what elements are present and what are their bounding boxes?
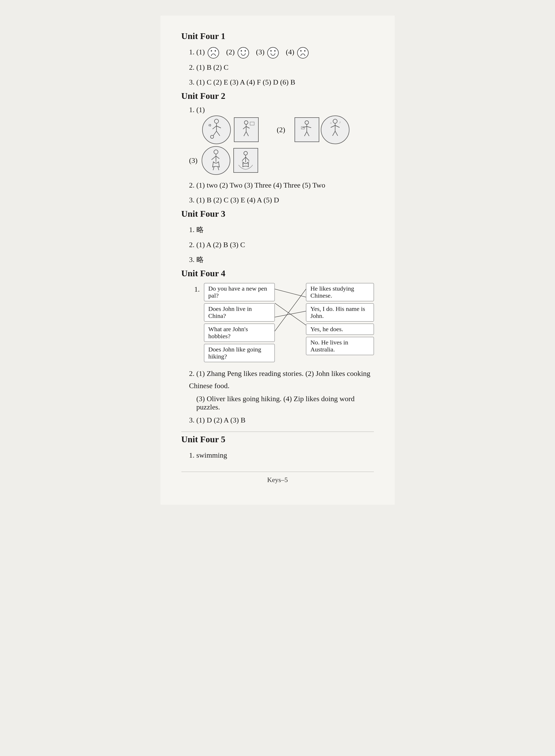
svg-line-45 bbox=[275, 289, 306, 331]
answer-5-1: 1. swimming bbox=[189, 449, 374, 461]
svg-line-4 bbox=[213, 131, 216, 136]
section-unit4-2: Unit Four 2 1. (1) ⚽ bbox=[181, 91, 374, 206]
svg-line-3 bbox=[216, 126, 221, 128]
img-circle-1: ⚽ bbox=[202, 116, 231, 144]
answer-num: 1. bbox=[189, 451, 197, 459]
svg-line-29 bbox=[335, 131, 338, 136]
answer-text-line2: (3) Oliver likes going hiking. (4) Zip l… bbox=[197, 395, 355, 411]
img-square-3 bbox=[233, 148, 258, 173]
answer-4-2-line2: (3) Oliver likes going hiking. (4) Zip l… bbox=[197, 395, 374, 411]
svg-text:♫: ♫ bbox=[330, 121, 332, 124]
img-group-3 bbox=[202, 146, 258, 175]
image-row-3: (3) bbox=[189, 146, 374, 175]
answer-num: 1. bbox=[189, 226, 197, 234]
figure-basketball-svg bbox=[237, 120, 256, 139]
svg-line-33 bbox=[216, 156, 219, 159]
img-square-1 bbox=[234, 117, 259, 142]
answer-num: 2. bbox=[189, 181, 197, 189]
answer-3-1: 1. 略 bbox=[189, 223, 374, 236]
answer-3-2: 2. (1) A (2) B (3) C bbox=[189, 238, 374, 251]
match-left-4: Does John like going hiking? bbox=[204, 344, 275, 362]
answer-1-2: 2. (1) B (2) C bbox=[189, 61, 374, 74]
answer-4-2: 2. (1) Zhang Peng likes reading stories.… bbox=[189, 367, 374, 392]
img-square-2 bbox=[295, 117, 319, 142]
section-title-3: Unit Four 3 bbox=[181, 209, 374, 219]
label-3: (3) bbox=[189, 157, 198, 165]
figure-music-svg: ♪ ♫ bbox=[324, 118, 347, 141]
img-group-2: ♪ ♫ bbox=[293, 116, 349, 144]
section-unit4-5: Unit Four 5 1. swimming bbox=[181, 435, 374, 461]
answer-text-line1: (1) Zhang Peng likes reading stories. (2… bbox=[189, 369, 371, 390]
answer-text: (1) A (2) B (3) C bbox=[197, 241, 245, 249]
match-right-3: Yes, he does. bbox=[306, 324, 374, 335]
answer-num: 3. bbox=[189, 196, 197, 204]
figure-soccer-svg: ⚽ bbox=[205, 118, 228, 141]
section-title-4: Unit Four 4 bbox=[181, 268, 374, 278]
svg-point-8 bbox=[244, 121, 248, 124]
answer-num: 2. bbox=[189, 241, 197, 249]
svg-point-22 bbox=[333, 119, 337, 123]
answer-text: (1) B (2) C bbox=[197, 63, 229, 71]
svg-line-25 bbox=[335, 125, 340, 128]
answer-text: 略 bbox=[197, 226, 204, 234]
answer-text: (1) C (2) E (3) A (4) F (5) D (6) B bbox=[197, 78, 295, 86]
img-circle-3 bbox=[202, 146, 230, 175]
match-right-1: He likes studying Chinese. bbox=[306, 283, 374, 301]
answer-2-1-label: 1. (1) bbox=[189, 105, 374, 114]
footer-text: Keys–5 bbox=[267, 476, 288, 484]
face-label-2: (2) bbox=[226, 48, 237, 56]
svg-line-32 bbox=[212, 156, 216, 160]
svg-line-28 bbox=[333, 131, 335, 136]
img-group-1: ⚽ bbox=[202, 116, 259, 144]
answer-text: (1) B (2) C (3) E (4) A (5) D bbox=[197, 196, 279, 204]
svg-line-12 bbox=[244, 132, 246, 136]
section-unit4-1: Unit Four 1 1. (1) (2) (3) (4) bbox=[181, 31, 374, 88]
svg-line-18 bbox=[307, 126, 311, 128]
figure-dance-svg bbox=[204, 149, 228, 172]
svg-text:⚽: ⚽ bbox=[208, 124, 212, 127]
svg-line-24 bbox=[331, 125, 335, 128]
svg-line-10 bbox=[243, 126, 246, 129]
svg-text:♪: ♪ bbox=[339, 120, 341, 124]
svg-rect-14 bbox=[250, 122, 254, 125]
svg-point-15 bbox=[305, 121, 309, 124]
svg-line-39 bbox=[246, 157, 249, 161]
match-left-2: Does John live in China? bbox=[204, 303, 275, 321]
page: Unit Four 1 1. (1) (2) (3) (4) bbox=[161, 15, 395, 505]
match-right-2: Yes, I do. His name is John. bbox=[306, 303, 374, 321]
answer-num: 3. bbox=[189, 416, 197, 424]
answer-2-2: 2. (1) two (2) Two (3) Three (4) Three (… bbox=[189, 179, 374, 191]
answer-num: 3. bbox=[189, 256, 197, 264]
svg-point-30 bbox=[214, 150, 218, 154]
svg-line-13 bbox=[246, 132, 249, 136]
section-title-1: Unit Four 1 bbox=[181, 31, 374, 41]
face-sad-4 bbox=[297, 47, 309, 58]
svg-point-6 bbox=[211, 135, 214, 138]
face-label-1: (1) bbox=[197, 48, 207, 56]
section-unit4-4: Unit Four 4 1. Do you have a new pen pal… bbox=[181, 268, 374, 427]
svg-line-20 bbox=[304, 132, 307, 136]
svg-point-36 bbox=[244, 151, 248, 155]
match-left-1: Do you have a new pen pal? bbox=[204, 283, 275, 301]
face-sad-1 bbox=[208, 47, 219, 58]
answer-num: 2. bbox=[189, 63, 197, 71]
matching-num: 1. bbox=[195, 285, 200, 294]
section-title-2: Unit Four 2 bbox=[181, 91, 374, 101]
answer-num: 1. bbox=[189, 48, 197, 56]
answer-1-3: 3. (1) C (2) E (3) A (4) F (5) D (6) B bbox=[189, 76, 374, 88]
section-title-5: Unit Four 5 bbox=[181, 435, 374, 444]
answer-num: 3. bbox=[189, 78, 197, 86]
figure-read-svg bbox=[297, 120, 317, 139]
svg-line-11 bbox=[246, 126, 250, 128]
face-label-4: (4) bbox=[286, 48, 296, 56]
answer-2-3: 3. (1) B (2) C (3) E (4) A (5) D bbox=[189, 194, 374, 206]
matching-container: 1. Do you have a new pen pal? Does John … bbox=[195, 283, 374, 362]
matching-lines-container bbox=[275, 283, 306, 335]
figure-skip-svg bbox=[236, 150, 256, 170]
img-circle-2: ♪ ♫ bbox=[321, 116, 349, 144]
image-row-1: ⚽ (2) bbox=[202, 116, 374, 144]
face-happy-2 bbox=[238, 47, 249, 58]
svg-line-5 bbox=[216, 131, 220, 136]
answer-3-3: 3. 略 bbox=[189, 253, 374, 266]
svg-line-42 bbox=[275, 289, 306, 297]
